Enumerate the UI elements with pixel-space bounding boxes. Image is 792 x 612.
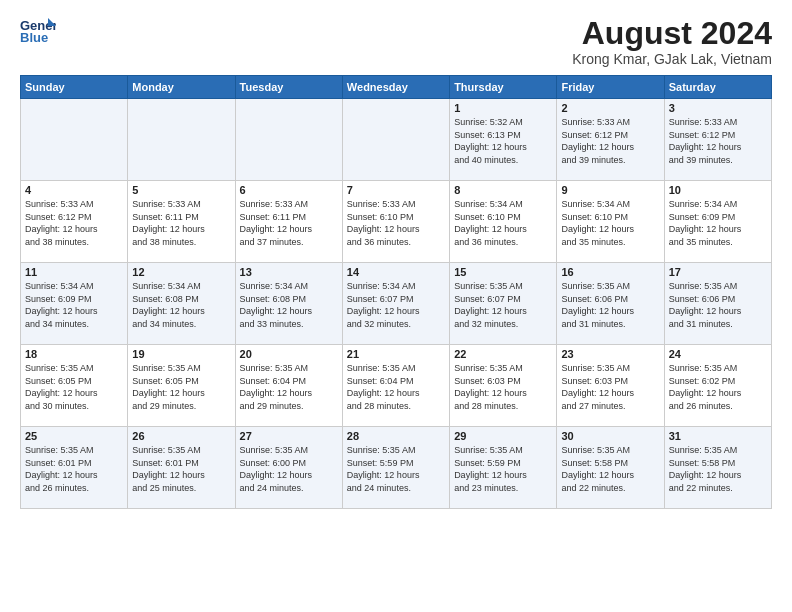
- calendar-cell: 26Sunrise: 5:35 AM Sunset: 6:01 PM Dayli…: [128, 427, 235, 509]
- day-info: Sunrise: 5:35 AM Sunset: 6:07 PM Dayligh…: [454, 280, 552, 330]
- day-number: 5: [132, 184, 230, 196]
- weekday-monday: Monday: [128, 76, 235, 99]
- day-info: Sunrise: 5:34 AM Sunset: 6:10 PM Dayligh…: [454, 198, 552, 248]
- day-info: Sunrise: 5:35 AM Sunset: 6:00 PM Dayligh…: [240, 444, 338, 494]
- calendar-cell: 16Sunrise: 5:35 AM Sunset: 6:06 PM Dayli…: [557, 263, 664, 345]
- calendar-cell: 6Sunrise: 5:33 AM Sunset: 6:11 PM Daylig…: [235, 181, 342, 263]
- title-block: August 2024 Krong Kmar, GJak Lak, Vietna…: [572, 16, 772, 67]
- day-info: Sunrise: 5:35 AM Sunset: 6:03 PM Dayligh…: [561, 362, 659, 412]
- logo: General Blue: [20, 16, 56, 46]
- calendar-cell: [235, 99, 342, 181]
- day-info: Sunrise: 5:35 AM Sunset: 6:03 PM Dayligh…: [454, 362, 552, 412]
- page: General Blue August 2024 Krong Kmar, GJa…: [0, 0, 792, 612]
- day-number: 29: [454, 430, 552, 442]
- day-info: Sunrise: 5:33 AM Sunset: 6:12 PM Dayligh…: [561, 116, 659, 166]
- day-info: Sunrise: 5:35 AM Sunset: 6:06 PM Dayligh…: [561, 280, 659, 330]
- calendar-cell: 7Sunrise: 5:33 AM Sunset: 6:10 PM Daylig…: [342, 181, 449, 263]
- day-info: Sunrise: 5:33 AM Sunset: 6:12 PM Dayligh…: [669, 116, 767, 166]
- day-number: 25: [25, 430, 123, 442]
- day-info: Sunrise: 5:33 AM Sunset: 6:11 PM Dayligh…: [240, 198, 338, 248]
- calendar-cell: 9Sunrise: 5:34 AM Sunset: 6:10 PM Daylig…: [557, 181, 664, 263]
- calendar-cell: 13Sunrise: 5:34 AM Sunset: 6:08 PM Dayli…: [235, 263, 342, 345]
- calendar-cell: 14Sunrise: 5:34 AM Sunset: 6:07 PM Dayli…: [342, 263, 449, 345]
- day-number: 20: [240, 348, 338, 360]
- day-info: Sunrise: 5:33 AM Sunset: 6:10 PM Dayligh…: [347, 198, 445, 248]
- day-number: 7: [347, 184, 445, 196]
- logo-icon: General Blue: [20, 16, 56, 46]
- weekday-saturday: Saturday: [664, 76, 771, 99]
- day-number: 1: [454, 102, 552, 114]
- weekday-sunday: Sunday: [21, 76, 128, 99]
- day-info: Sunrise: 5:34 AM Sunset: 6:08 PM Dayligh…: [240, 280, 338, 330]
- day-number: 2: [561, 102, 659, 114]
- day-number: 22: [454, 348, 552, 360]
- calendar-title: August 2024: [572, 16, 772, 51]
- day-number: 23: [561, 348, 659, 360]
- day-number: 18: [25, 348, 123, 360]
- day-info: Sunrise: 5:34 AM Sunset: 6:09 PM Dayligh…: [25, 280, 123, 330]
- header: General Blue August 2024 Krong Kmar, GJa…: [20, 16, 772, 67]
- day-info: Sunrise: 5:34 AM Sunset: 6:08 PM Dayligh…: [132, 280, 230, 330]
- day-info: Sunrise: 5:35 AM Sunset: 6:04 PM Dayligh…: [347, 362, 445, 412]
- day-number: 8: [454, 184, 552, 196]
- calendar-cell: 29Sunrise: 5:35 AM Sunset: 5:59 PM Dayli…: [450, 427, 557, 509]
- calendar-cell: 10Sunrise: 5:34 AM Sunset: 6:09 PM Dayli…: [664, 181, 771, 263]
- calendar-cell: 8Sunrise: 5:34 AM Sunset: 6:10 PM Daylig…: [450, 181, 557, 263]
- calendar-subtitle: Krong Kmar, GJak Lak, Vietnam: [572, 51, 772, 67]
- calendar-cell: 3Sunrise: 5:33 AM Sunset: 6:12 PM Daylig…: [664, 99, 771, 181]
- day-number: 4: [25, 184, 123, 196]
- weekday-thursday: Thursday: [450, 76, 557, 99]
- week-row-1: 1Sunrise: 5:32 AM Sunset: 6:13 PM Daylig…: [21, 99, 772, 181]
- day-info: Sunrise: 5:32 AM Sunset: 6:13 PM Dayligh…: [454, 116, 552, 166]
- calendar-cell: [128, 99, 235, 181]
- day-number: 26: [132, 430, 230, 442]
- day-info: Sunrise: 5:35 AM Sunset: 6:05 PM Dayligh…: [132, 362, 230, 412]
- calendar-cell: 27Sunrise: 5:35 AM Sunset: 6:00 PM Dayli…: [235, 427, 342, 509]
- weekday-header-row: SundayMondayTuesdayWednesdayThursdayFrid…: [21, 76, 772, 99]
- day-info: Sunrise: 5:34 AM Sunset: 6:07 PM Dayligh…: [347, 280, 445, 330]
- day-number: 28: [347, 430, 445, 442]
- day-number: 13: [240, 266, 338, 278]
- calendar-cell: 30Sunrise: 5:35 AM Sunset: 5:58 PM Dayli…: [557, 427, 664, 509]
- day-number: 21: [347, 348, 445, 360]
- calendar-cell: 20Sunrise: 5:35 AM Sunset: 6:04 PM Dayli…: [235, 345, 342, 427]
- week-row-2: 4Sunrise: 5:33 AM Sunset: 6:12 PM Daylig…: [21, 181, 772, 263]
- calendar-cell: [21, 99, 128, 181]
- calendar-cell: 4Sunrise: 5:33 AM Sunset: 6:12 PM Daylig…: [21, 181, 128, 263]
- day-info: Sunrise: 5:35 AM Sunset: 5:59 PM Dayligh…: [454, 444, 552, 494]
- day-number: 14: [347, 266, 445, 278]
- calendar-cell: 11Sunrise: 5:34 AM Sunset: 6:09 PM Dayli…: [21, 263, 128, 345]
- day-number: 11: [25, 266, 123, 278]
- week-row-5: 25Sunrise: 5:35 AM Sunset: 6:01 PM Dayli…: [21, 427, 772, 509]
- day-info: Sunrise: 5:33 AM Sunset: 6:11 PM Dayligh…: [132, 198, 230, 248]
- day-info: Sunrise: 5:34 AM Sunset: 6:09 PM Dayligh…: [669, 198, 767, 248]
- weekday-wednesday: Wednesday: [342, 76, 449, 99]
- day-info: Sunrise: 5:35 AM Sunset: 6:04 PM Dayligh…: [240, 362, 338, 412]
- day-info: Sunrise: 5:35 AM Sunset: 6:05 PM Dayligh…: [25, 362, 123, 412]
- day-number: 27: [240, 430, 338, 442]
- day-number: 16: [561, 266, 659, 278]
- calendar-cell: 19Sunrise: 5:35 AM Sunset: 6:05 PM Dayli…: [128, 345, 235, 427]
- calendar-cell: 21Sunrise: 5:35 AM Sunset: 6:04 PM Dayli…: [342, 345, 449, 427]
- calendar-cell: 31Sunrise: 5:35 AM Sunset: 5:58 PM Dayli…: [664, 427, 771, 509]
- day-info: Sunrise: 5:35 AM Sunset: 5:58 PM Dayligh…: [669, 444, 767, 494]
- calendar-table: SundayMondayTuesdayWednesdayThursdayFrid…: [20, 75, 772, 509]
- calendar-cell: 18Sunrise: 5:35 AM Sunset: 6:05 PM Dayli…: [21, 345, 128, 427]
- calendar-cell: 25Sunrise: 5:35 AM Sunset: 6:01 PM Dayli…: [21, 427, 128, 509]
- calendar-cell: 5Sunrise: 5:33 AM Sunset: 6:11 PM Daylig…: [128, 181, 235, 263]
- weekday-tuesday: Tuesday: [235, 76, 342, 99]
- calendar-cell: 1Sunrise: 5:32 AM Sunset: 6:13 PM Daylig…: [450, 99, 557, 181]
- calendar-cell: 28Sunrise: 5:35 AM Sunset: 5:59 PM Dayli…: [342, 427, 449, 509]
- day-number: 30: [561, 430, 659, 442]
- week-row-4: 18Sunrise: 5:35 AM Sunset: 6:05 PM Dayli…: [21, 345, 772, 427]
- calendar-cell: 2Sunrise: 5:33 AM Sunset: 6:12 PM Daylig…: [557, 99, 664, 181]
- day-info: Sunrise: 5:35 AM Sunset: 5:59 PM Dayligh…: [347, 444, 445, 494]
- day-info: Sunrise: 5:33 AM Sunset: 6:12 PM Dayligh…: [25, 198, 123, 248]
- calendar-cell: [342, 99, 449, 181]
- day-number: 3: [669, 102, 767, 114]
- day-number: 6: [240, 184, 338, 196]
- day-number: 12: [132, 266, 230, 278]
- calendar-cell: 23Sunrise: 5:35 AM Sunset: 6:03 PM Dayli…: [557, 345, 664, 427]
- day-info: Sunrise: 5:35 AM Sunset: 6:01 PM Dayligh…: [132, 444, 230, 494]
- day-info: Sunrise: 5:35 AM Sunset: 6:02 PM Dayligh…: [669, 362, 767, 412]
